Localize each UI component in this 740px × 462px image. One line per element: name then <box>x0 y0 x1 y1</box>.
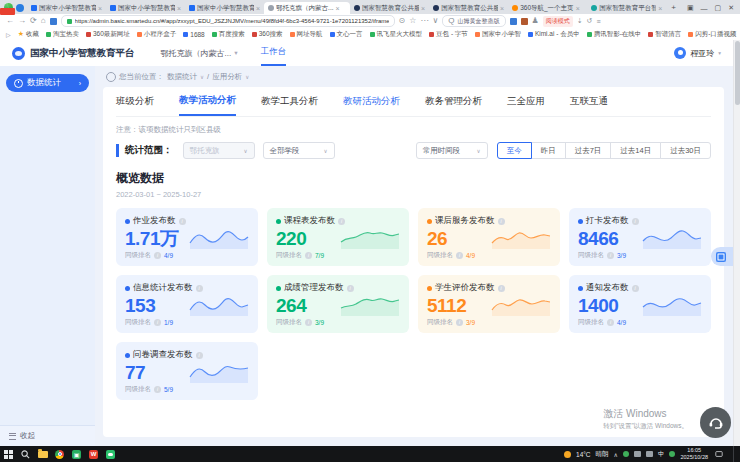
weather-temp[interactable]: 14°C <box>576 451 591 458</box>
bookmark-item[interactable]: 智谱清言 <box>648 30 681 39</box>
stat-card-evaluation[interactable]: 学生评价发布数i 5112 同级排名i3/9 <box>418 275 560 333</box>
tab-class-analysis[interactable]: 班级分析 <box>116 87 154 116</box>
extension-icon[interactable] <box>521 18 528 25</box>
bookmarks-chevron-icon[interactable]: ▷ <box>6 31 11 38</box>
bookmark-item[interactable]: 1688 <box>183 31 204 38</box>
period-select[interactable]: 常用时间段∨ <box>416 142 488 159</box>
notification-icon[interactable] <box>713 446 725 462</box>
extension-icon[interactable] <box>510 18 517 25</box>
stage-select[interactable]: 全部学段∨ <box>263 142 335 159</box>
new-tab-button[interactable]: + <box>666 3 681 14</box>
nav-workbench[interactable]: 工作台 <box>261 40 287 66</box>
wps-button[interactable]: W <box>85 446 102 462</box>
info-icon[interactable]: i <box>632 218 639 225</box>
close-window-icon[interactable]: ✕ <box>728 4 734 12</box>
bookmark-item[interactable]: 小程序盒子 <box>137 30 177 39</box>
browser-tab[interactable]: 国家中小学智慧教育× <box>27 2 106 14</box>
info-icon[interactable]: i <box>347 285 354 292</box>
info-icon[interactable]: i <box>154 386 161 393</box>
info-icon[interactable]: i <box>305 252 312 259</box>
start-button[interactable] <box>0 446 17 462</box>
tab-admin-analysis[interactable]: 教务管理分析 <box>425 87 482 116</box>
scrollbar-thumb[interactable] <box>735 41 740 105</box>
stat-card-timetable[interactable]: 课程表发布数i 220 同级排名i7/9 <box>267 208 409 266</box>
info-icon[interactable]: i <box>498 285 505 292</box>
translate-icon[interactable]: ⊙ <box>399 17 406 25</box>
close-icon[interactable]: × <box>576 5 580 12</box>
stat-card-afterschool[interactable]: 课后服务发布数i 26 同级排名i4/9 <box>418 208 560 266</box>
taskbar-clock[interactable]: 16:05 2025/10/28 <box>680 447 708 461</box>
bookmark-item[interactable]: 淘宝热卖 <box>46 30 79 39</box>
scrollbar[interactable] <box>733 40 740 446</box>
info-icon[interactable]: i <box>607 319 614 326</box>
panel-icon[interactable]: ▣ <box>687 4 694 12</box>
close-icon[interactable]: × <box>98 5 102 12</box>
weather-icon[interactable] <box>564 451 571 458</box>
dropdown-icon[interactable]: ∨ <box>432 17 438 25</box>
puzzle-icon[interactable]: ♟ <box>532 17 539 25</box>
refresh-icon[interactable] <box>106 72 116 82</box>
tab-sanquan-apps[interactable]: 三全应用 <box>507 87 545 116</box>
close-icon[interactable]: × <box>658 5 662 12</box>
breadcrumb-level1[interactable]: 数据统计 <box>167 72 197 82</box>
bookmark-item[interactable]: 豆包 - 字节 <box>429 30 468 39</box>
sidebar-collapse-button[interactable]: 收起 <box>0 425 95 446</box>
network-icon[interactable] <box>634 451 641 457</box>
region-select[interactable]: 鄂托克旗∨ <box>183 142 255 159</box>
bookmark-item[interactable]: 360搜索 <box>252 30 283 39</box>
bookmark-star-icon[interactable]: ☆ <box>409 17 416 25</box>
minimize-icon[interactable]: — <box>701 5 708 12</box>
browser-tab[interactable]: 国家智慧教育平台智能× <box>587 2 666 14</box>
taskbar-search-button[interactable] <box>17 446 34 462</box>
close-icon[interactable]: × <box>336 5 340 12</box>
close-icon[interactable]: × <box>256 5 260 12</box>
back-icon[interactable]: ← <box>6 17 14 25</box>
forward-icon[interactable]: → <box>18 17 26 25</box>
ime-indicator[interactable]: 中 <box>658 450 665 459</box>
breadcrumb-level2[interactable]: 应用分析 <box>212 72 242 82</box>
maximize-icon[interactable]: ▢ <box>715 4 722 12</box>
range-14d-button[interactable]: 过去14日 <box>610 142 661 159</box>
info-icon[interactable]: i <box>456 252 463 259</box>
info-icon[interactable]: i <box>607 252 614 259</box>
cloud-app-button[interactable] <box>102 446 119 462</box>
browser-tab[interactable]: 360导航_一个主页× <box>508 2 587 14</box>
close-icon[interactable]: × <box>421 5 425 12</box>
browser-tab[interactable]: 国家中小学智慧教育× <box>106 2 185 14</box>
info-icon[interactable]: i <box>196 352 203 359</box>
side-widget[interactable] <box>711 247 733 266</box>
stat-card-grades[interactable]: 成绩管理发布数i 264 同级排名i3/9 <box>267 275 409 333</box>
show-desktop-button[interactable] <box>733 446 737 462</box>
profile-icon[interactable] <box>16 4 24 12</box>
browser-tab-active[interactable]: 鄂托克旗（内蒙古...× <box>264 2 350 14</box>
stat-card-checkin[interactable]: 打卡发布数i 8466 同级排名i3/9 <box>569 208 711 266</box>
bookmark-item[interactable]: Kimi.ai - 会员中 <box>528 30 580 39</box>
bookmark-item[interactable]: 腾讯智影-在线中 <box>587 30 642 39</box>
stat-card-notice[interactable]: 通知发布数i 1400 同级排名i4/9 <box>569 275 711 333</box>
search-suggest-box[interactable]: Q 山姆黄金整蛊版 <box>442 15 505 27</box>
volume-icon[interactable] <box>646 451 653 457</box>
info-icon[interactable]: i <box>196 285 203 292</box>
bookmark-item[interactable]: 百度搜索 <box>212 30 245 39</box>
close-icon[interactable]: × <box>177 5 181 12</box>
tab-interconnect[interactable]: 互联互通 <box>570 87 608 116</box>
reload-icon[interactable]: ⟳ <box>30 17 37 25</box>
range-today-button[interactable]: 至今 <box>497 142 532 159</box>
apps-icon[interactable] <box>50 18 57 25</box>
region-selector[interactable]: 鄂托克旗（内蒙古...▼ <box>161 48 239 59</box>
browser-tab[interactable]: 国家中小学智慧教育× <box>185 2 264 14</box>
home-icon[interactable]: ⌂ <box>41 17 46 25</box>
close-icon[interactable]: × <box>500 5 504 12</box>
user-area[interactable]: 程亚玲 ▾ <box>674 47 721 59</box>
bookmark-item[interactable]: 国家中小学智 <box>475 30 521 39</box>
app-button-green[interactable]: ▣ <box>68 446 85 462</box>
browser-tab[interactable]: 国家智慧教育公共服× <box>350 2 429 14</box>
bookmark-item[interactable]: 讯飞星火大模型 <box>370 30 423 39</box>
info-icon[interactable]: i <box>456 319 463 326</box>
tab-research-activity[interactable]: 教研活动分析 <box>343 87 400 116</box>
download-icon[interactable]: ⇣ <box>577 17 583 25</box>
menu-icon[interactable]: ≡ <box>596 18 600 25</box>
info-icon[interactable]: i <box>179 218 186 225</box>
info-icon[interactable]: i <box>632 285 639 292</box>
stat-card-infostat[interactable]: 信息统计发布数i 153 同级排名i1/9 <box>116 275 258 333</box>
